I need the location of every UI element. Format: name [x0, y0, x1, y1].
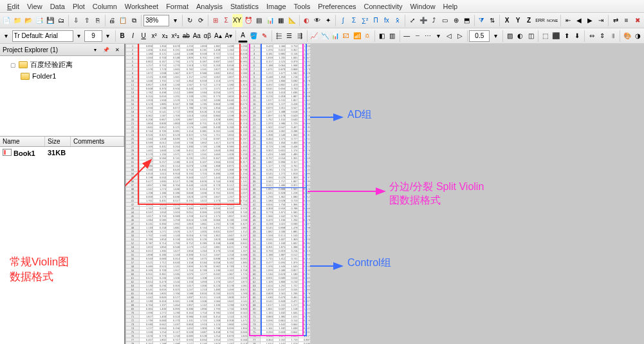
- filter-icon[interactable]: ▤: [254, 14, 264, 27]
- anti-alias-icon[interactable]: ◧: [377, 30, 387, 43]
- col-name[interactable]: Name: [0, 137, 45, 146]
- transparency-icon[interactable]: ◫: [526, 30, 537, 43]
- back-icon[interactable]: ⬇: [573, 30, 583, 43]
- zoom-dropdown-icon[interactable]: ▾: [170, 14, 180, 27]
- strike-icon[interactable]: ab: [181, 30, 192, 43]
- refresh-icon[interactable]: ↻: [185, 14, 195, 27]
- move-left-icon[interactable]: ◀: [574, 14, 584, 27]
- ungroup-icon[interactable]: ⬛: [551, 30, 561, 43]
- line-dot-icon[interactable]: ⋯: [423, 30, 433, 43]
- supersub-icon[interactable]: x²₂: [170, 30, 181, 43]
- extract-icon[interactable]: ⤴: [429, 14, 439, 27]
- recalc-icon[interactable]: ⟳: [196, 14, 206, 27]
- show-xy-icon[interactable]: XY: [232, 14, 243, 27]
- graph1-icon[interactable]: 📈: [309, 30, 320, 43]
- list-item[interactable]: Book1 31KB: [0, 147, 124, 159]
- case-icon[interactable]: Aa: [192, 30, 202, 43]
- math-sigma-icon[interactable]: Σ: [349, 14, 359, 27]
- graph3-icon[interactable]: 📊: [331, 30, 341, 43]
- err-icon[interactable]: ERR: [535, 14, 546, 27]
- marker-icon[interactable]: ✦: [323, 14, 333, 27]
- line-dash-icon[interactable]: ┄: [412, 30, 423, 43]
- merge-icon[interactable]: ⬒: [462, 14, 472, 27]
- explorer-close-icon[interactable]: ✕: [113, 45, 122, 54]
- arrow-begin-icon[interactable]: ◁: [445, 30, 455, 43]
- menu-statistics[interactable]: Statistics: [226, 1, 262, 12]
- scale-icon[interactable]: 📐: [287, 14, 297, 27]
- underline-icon[interactable]: U: [138, 30, 149, 43]
- new-folder-icon[interactable]: 📁: [12, 14, 23, 27]
- hide-icon[interactable]: 👁: [312, 14, 322, 27]
- theme-icon[interactable]: ◑: [633, 30, 643, 43]
- add-layer-icon[interactable]: ⊕: [451, 14, 461, 27]
- batch-icon[interactable]: ⎘: [93, 14, 103, 27]
- graph6-icon[interactable]: ⛭: [362, 30, 373, 43]
- new-layer-icon[interactable]: ▭: [440, 14, 450, 27]
- menu-edit[interactable]: Edit: [3, 1, 23, 12]
- swap-icon[interactable]: ⇄: [611, 14, 621, 27]
- distribute-icon[interactable]: ⫴: [608, 30, 618, 43]
- font-dec-icon[interactable]: A▾: [224, 30, 234, 43]
- none-icon[interactable]: NONE: [546, 14, 558, 27]
- explorer-autohide-icon[interactable]: 📌: [102, 45, 111, 54]
- menu-connectivity[interactable]: Connectivity: [360, 1, 407, 12]
- stack-icon[interactable]: ≡: [621, 14, 632, 27]
- menu-tools[interactable]: Tools: [290, 1, 315, 12]
- layer-mgr-icon[interactable]: ▥: [387, 30, 398, 43]
- menu-plot[interactable]: Plot: [69, 1, 89, 12]
- graph4-icon[interactable]: 🗠: [341, 30, 351, 43]
- front-icon[interactable]: ⬆: [562, 30, 572, 43]
- align-right-icon[interactable]: ⇶: [295, 30, 305, 43]
- filter-tool-icon[interactable]: ⧩: [476, 14, 486, 27]
- import-icon[interactable]: ⇩: [71, 14, 81, 27]
- worksheet-right[interactable]: A(X)B(Y)C(Y)D(Y)10.4201.5840.7531.90321.…: [248, 44, 311, 344]
- duplicate-icon[interactable]: ⧉: [129, 14, 139, 27]
- collapse-icon[interactable]: ▢: [10, 62, 16, 68]
- math-bar-icon[interactable]: x̄: [392, 14, 403, 27]
- line-style-dropdown-icon[interactable]: ▾: [434, 30, 444, 43]
- menu-format[interactable]: Format: [162, 1, 192, 12]
- superscript-icon[interactable]: x²: [149, 30, 160, 43]
- explorer-pin-icon[interactable]: ▾: [91, 45, 100, 54]
- rescale-icon[interactable]: ⤢: [407, 14, 418, 27]
- y-axis-icon[interactable]: Y: [513, 14, 523, 27]
- col-comments[interactable]: Comments: [71, 137, 124, 146]
- bold-icon[interactable]: B: [117, 30, 127, 43]
- menu-image[interactable]: Image: [262, 1, 290, 12]
- x-axis-icon[interactable]: X: [502, 14, 512, 27]
- math-sum2-icon[interactable]: ∑²: [360, 14, 370, 27]
- worksheet-left[interactable]: A(X)B(Y)C(Y)D(Y)E(Y)F(Y)G(Y)H(Y)10.8901.…: [125, 44, 248, 344]
- font-name-input[interactable]: [12, 30, 73, 42]
- snap-h-icon[interactable]: ⇔: [587, 30, 597, 43]
- save-template-icon[interactable]: 🗂: [56, 14, 66, 27]
- z-axis-icon[interactable]: Z: [524, 14, 534, 27]
- gradient-icon[interactable]: ◐: [515, 30, 526, 43]
- reminder-icon[interactable]: ⏰: [243, 14, 253, 27]
- sort-icon[interactable]: ⇅: [487, 14, 497, 27]
- group-icon[interactable]: ⬚: [540, 30, 551, 43]
- graph2-icon[interactable]: 📉: [320, 30, 330, 43]
- font-inc-icon[interactable]: A▴: [213, 30, 223, 43]
- menu-help[interactable]: Help: [439, 1, 462, 12]
- delete-icon[interactable]: ✖: [632, 14, 643, 27]
- line-solid-icon[interactable]: —: [401, 30, 412, 43]
- font-color-icon[interactable]: A: [238, 30, 248, 43]
- move-first-icon[interactable]: ⇤: [563, 14, 573, 27]
- fontsize-dropdown-icon[interactable]: ▾: [103, 30, 113, 43]
- graph5-icon[interactable]: 📶: [352, 30, 362, 43]
- snap-v-icon[interactable]: ⇕: [597, 30, 607, 43]
- align-center-icon[interactable]: ☰: [284, 30, 295, 43]
- add-column-icon[interactable]: ⊞: [210, 14, 221, 27]
- menu-analysis[interactable]: Analysis: [192, 1, 226, 12]
- linewidth-dropdown-icon[interactable]: ▾: [490, 30, 501, 43]
- line-width-input[interactable]: [469, 30, 490, 42]
- font-dropdown-icon[interactable]: ▾: [74, 30, 84, 43]
- font-size-input[interactable]: [84, 30, 102, 42]
- add-graph-icon[interactable]: 📊: [265, 14, 275, 27]
- move-last-icon[interactable]: ⇥: [596, 14, 606, 27]
- zoom-input[interactable]: [143, 15, 169, 26]
- italic-icon[interactable]: I: [128, 30, 138, 43]
- move-right-icon[interactable]: ▶: [585, 14, 595, 27]
- mask-icon[interactable]: ◐: [301, 14, 311, 27]
- menu-worksheet[interactable]: Worksheet: [121, 1, 162, 12]
